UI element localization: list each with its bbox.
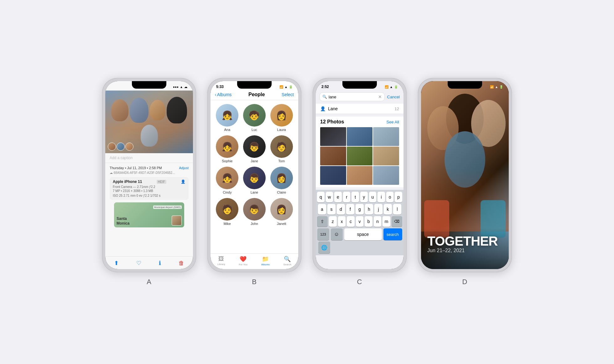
- key-globe[interactable]: 🌐: [318, 242, 330, 253]
- photo-thumb-8[interactable]: [347, 166, 373, 185]
- face-thumbnails: [108, 143, 133, 151]
- notch-c: [342, 81, 377, 89]
- key-p[interactable]: p: [395, 192, 402, 202]
- avatar-laura: 👩: [270, 104, 293, 127]
- key-h[interactable]: h: [365, 204, 373, 215]
- key-r[interactable]: r: [343, 192, 351, 202]
- status-icons-a: ●●● ▲ ☁: [173, 85, 187, 89]
- key-x[interactable]: x: [338, 216, 346, 227]
- nav-select-btn[interactable]: Select: [282, 92, 294, 97]
- key-c[interactable]: c: [347, 216, 355, 227]
- suggestion-count: 12: [395, 107, 399, 111]
- key-123[interactable]: 123: [317, 228, 329, 240]
- person-name-mike: Mike: [224, 222, 231, 226]
- key-v[interactable]: v: [356, 216, 364, 227]
- main-photo-a[interactable]: [105, 91, 193, 153]
- caption-bar[interactable]: Add a caption: [105, 153, 193, 163]
- tab-library[interactable]: 🖼 Library: [217, 256, 225, 266]
- key-a[interactable]: a: [318, 204, 326, 215]
- key-search-btn[interactable]: search: [383, 228, 402, 240]
- photo-thumb-7[interactable]: [320, 166, 346, 185]
- key-emoji[interactable]: ☺: [331, 228, 343, 240]
- person-tom[interactable]: 🧑 Tom: [270, 135, 293, 163]
- key-q[interactable]: q: [317, 192, 325, 202]
- info-icon[interactable]: ℹ: [159, 260, 161, 267]
- person-laura[interactable]: 👩 Laura: [270, 104, 293, 132]
- search-clear-btn[interactable]: ✕: [378, 94, 382, 99]
- photo-date: Thursday • Jul 11, 2019 • 2:58 PM: [110, 166, 162, 170]
- person-luc[interactable]: 🧒 Luc: [243, 104, 266, 132]
- key-o[interactable]: o: [386, 192, 394, 202]
- avatar-sophie: 👧: [216, 135, 238, 158]
- key-l[interactable]: l: [393, 204, 401, 215]
- avatar-mike: 🧑: [216, 198, 238, 221]
- key-b[interactable]: b: [365, 216, 372, 227]
- photo-info: Thursday • Jul 11, 2019 • 2:58 PM Adjust…: [105, 163, 193, 231]
- key-delete[interactable]: ⌫: [392, 216, 402, 227]
- photo-thumb-9[interactable]: [373, 166, 399, 185]
- map-preview[interactable]: SantaMonica Municipal Airport (SMO): [114, 202, 184, 227]
- key-m[interactable]: m: [382, 216, 390, 227]
- key-j[interactable]: j: [374, 204, 382, 215]
- key-y[interactable]: y: [360, 192, 368, 202]
- key-w[interactable]: w: [326, 192, 333, 202]
- key-f[interactable]: f: [346, 204, 354, 215]
- key-t[interactable]: t: [351, 192, 359, 202]
- albums-icon: 📁: [262, 256, 269, 263]
- screen-b: 5:33 📶 ▲ 🔋 ‹ Albums: [211, 81, 298, 269]
- see-all-btn[interactable]: See All: [387, 120, 399, 124]
- avatar-john: 👦: [243, 198, 266, 221]
- key-u[interactable]: u: [369, 192, 377, 202]
- device-specs: 7 MP • 2316 × 3088 • 1.3 MB: [113, 189, 185, 193]
- key-i[interactable]: i: [377, 192, 385, 202]
- person-lane[interactable]: 👦 Lane: [243, 167, 266, 194]
- key-shift[interactable]: ⇧: [317, 216, 328, 227]
- key-e[interactable]: e: [334, 192, 342, 202]
- search-input-box[interactable]: 🔍 lane ✕: [320, 92, 385, 101]
- person-name-sophie: Sophie: [222, 159, 232, 163]
- person-name-luc: Luc: [252, 128, 257, 132]
- search-cancel-btn[interactable]: Cancel: [387, 95, 400, 99]
- nav-back-btn[interactable]: ‹ Albums: [215, 92, 232, 97]
- person-john[interactable]: 👦 John: [243, 198, 266, 226]
- tab-search[interactable]: 🔍 Search: [284, 256, 291, 266]
- avatar-cindy: 👧: [216, 167, 238, 189]
- tab-foryou-label: For You: [239, 263, 247, 266]
- avatar-tom: 🧑: [270, 135, 293, 158]
- key-s[interactable]: s: [327, 204, 336, 215]
- search-suggestion[interactable]: 👤 Lane 12: [316, 104, 403, 114]
- person-mike[interactable]: 🧑 Mike: [216, 198, 239, 226]
- tab-albums[interactable]: 📁 Albums: [261, 256, 270, 266]
- photo-thumb-1[interactable]: [320, 127, 346, 146]
- key-d[interactable]: d: [337, 204, 345, 215]
- key-g[interactable]: g: [356, 204, 364, 215]
- heart-icon[interactable]: ♡: [136, 260, 141, 267]
- share-icon[interactable]: ⬆: [114, 260, 119, 267]
- person-claire[interactable]: 👩 Claire: [270, 167, 293, 194]
- person-sophie[interactable]: 👧 Sophie: [216, 135, 239, 163]
- key-k[interactable]: k: [384, 204, 392, 215]
- caption-placeholder: Add a caption: [110, 156, 133, 160]
- photo-thumb-6[interactable]: [373, 147, 399, 165]
- person-ana[interactable]: 👧 Ana: [216, 104, 239, 132]
- photo-thumb-5[interactable]: [347, 147, 373, 165]
- person-jane[interactable]: 👦 Jane: [243, 135, 266, 163]
- together-title: TOGETHER: [427, 235, 502, 248]
- phone-d: TOGETHER Jun 21–22, 2021 📶 ▲ 🔋: [418, 78, 512, 272]
- photo-thumb-4[interactable]: [320, 147, 346, 165]
- key-z[interactable]: z: [329, 216, 337, 227]
- person-name-tom: Tom: [278, 159, 285, 163]
- person-cindy[interactable]: 👧 Cindy: [216, 167, 239, 194]
- person-janett[interactable]: 👩 Janett: [270, 198, 293, 226]
- screen-d: TOGETHER Jun 21–22, 2021 📶 ▲ 🔋: [421, 81, 509, 269]
- photo-thumb-2[interactable]: [347, 127, 373, 146]
- photo-thumb-3[interactable]: [373, 127, 399, 146]
- person-name-claire: Claire: [277, 190, 286, 194]
- tab-albums-label: Albums: [261, 263, 270, 266]
- adjust-btn[interactable]: Adjust: [179, 166, 189, 170]
- tab-foryou[interactable]: ❤️ For You: [239, 256, 247, 266]
- status-icons-b: 📶 ▲ 🔋: [279, 85, 293, 89]
- key-n[interactable]: n: [374, 216, 382, 227]
- key-space[interactable]: space: [344, 228, 382, 240]
- delete-icon[interactable]: 🗑: [179, 260, 184, 267]
